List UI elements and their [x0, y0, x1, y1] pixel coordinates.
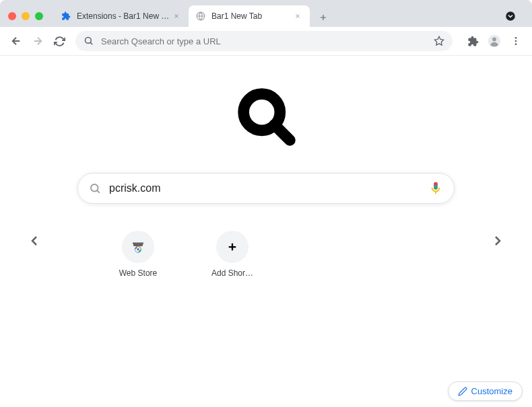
tab-newtab[interactable]: Bar1 New Tab — [189, 5, 310, 27]
puzzle-icon — [61, 11, 71, 22]
address-bar[interactable] — [75, 31, 453, 51]
tab-close-button[interactable] — [292, 11, 303, 22]
svg-point-6 — [515, 40, 517, 42]
microphone-icon[interactable] — [428, 181, 443, 196]
window-controls — [8, 12, 43, 20]
toolbar-actions — [463, 32, 525, 50]
search-input[interactable] — [109, 182, 428, 194]
shortcuts-row: Web Store Add Shor… — [77, 231, 455, 278]
search-box[interactable] — [77, 173, 455, 204]
profile-button[interactable] — [485, 32, 504, 50]
extensions-button[interactable] — [463, 32, 482, 50]
customize-button[interactable]: Customize — [448, 381, 523, 401]
shortcuts-prev-button[interactable] — [24, 230, 45, 252]
address-input[interactable] — [101, 36, 434, 46]
reload-button[interactable] — [50, 32, 69, 50]
shortcut-add[interactable]: Add Shor… — [205, 231, 259, 278]
tab-extensions[interactable]: Extensions - Bar1 New Tab — [54, 5, 189, 27]
plus-icon — [226, 241, 238, 253]
menu-button[interactable] — [506, 32, 525, 50]
minimize-window-button[interactable] — [22, 12, 30, 20]
shortcut-webstore[interactable]: Web Store — [111, 231, 165, 278]
pencil-icon — [458, 387, 467, 396]
shortcut-label: Add Shor… — [211, 268, 253, 278]
title-bar: Extensions - Bar1 New Tab Bar1 New Tab — [0, 0, 532, 27]
shortcuts-next-button[interactable] — [487, 230, 508, 252]
new-tab-button[interactable] — [314, 8, 333, 27]
tab-strip: Extensions - Bar1 New Tab Bar1 New Tab — [54, 5, 502, 27]
bookmark-star-icon[interactable] — [434, 36, 444, 46]
webstore-icon — [131, 239, 145, 254]
svg-point-1 — [506, 11, 515, 21]
shortcut-label: Web Store — [119, 268, 157, 278]
maximize-window-button[interactable] — [35, 12, 43, 20]
browser-chrome: Extensions - Bar1 New Tab Bar1 New Tab — [0, 0, 532, 56]
shortcut-circle — [216, 231, 248, 263]
customize-label: Customize — [471, 386, 512, 396]
svg-point-9 — [91, 184, 98, 192]
svg-point-5 — [515, 37, 517, 39]
svg-point-2 — [86, 38, 92, 44]
window-collapse-section — [502, 8, 524, 24]
search-icon — [89, 182, 101, 194]
shortcuts-container: Web Store Add Shor… — [51, 204, 481, 278]
search-icon — [84, 36, 94, 46]
globe-icon — [195, 11, 206, 22]
svg-point-4 — [492, 38, 496, 42]
toolbar — [0, 27, 532, 56]
tab-title: Bar1 New Tab — [211, 11, 292, 21]
close-window-button[interactable] — [8, 12, 16, 20]
back-button[interactable] — [7, 32, 26, 50]
chevron-down-icon[interactable] — [502, 8, 519, 24]
svg-point-7 — [515, 43, 517, 45]
logo — [232, 83, 300, 153]
tab-title: Extensions - Bar1 New Tab — [77, 11, 171, 21]
page-content: Web Store Add Shor… Customize — [0, 56, 532, 407]
forward-button[interactable] — [28, 32, 47, 50]
shortcut-circle — [122, 231, 154, 263]
tab-close-button[interactable] — [171, 11, 182, 22]
svg-point-11 — [137, 248, 139, 251]
